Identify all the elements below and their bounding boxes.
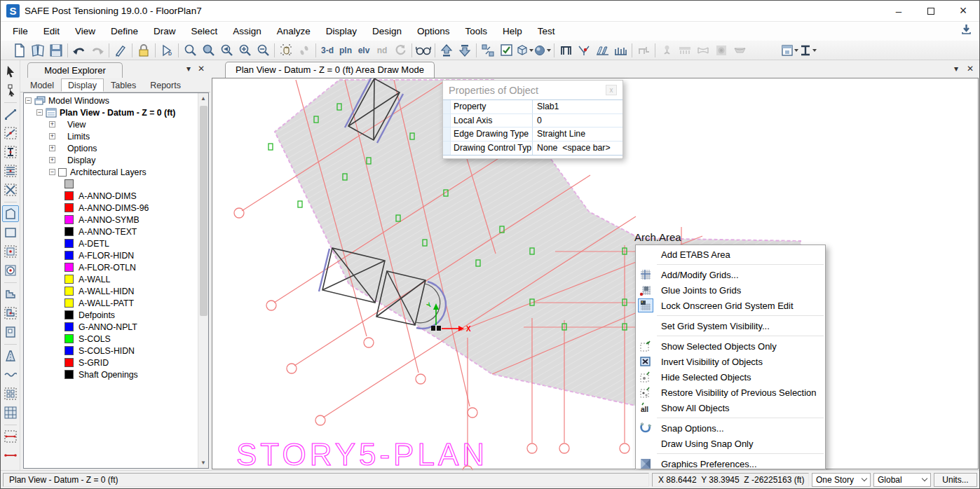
tree-node-model-windows[interactable]: Model Windows (25, 95, 197, 106)
layer-color-swatch[interactable] (64, 287, 74, 296)
layer-item[interactable]: G-ANNO-NPLT (25, 321, 197, 333)
property-row[interactable]: Property Slab1 (443, 100, 622, 114)
layer-color-swatch[interactable] (64, 239, 74, 248)
expand-icon[interactable] (49, 133, 55, 139)
tree-node-arch-layers[interactable]: Architectural Layers (25, 166, 197, 178)
view-elevation-label[interactable]: elv (355, 41, 373, 60)
menu-item[interactable]: Options (409, 23, 458, 39)
layer-color-swatch[interactable] (64, 346, 74, 355)
explorer-menu-dropdown-icon[interactable]: ▾ (186, 64, 191, 74)
draw-tendon-icon[interactable] (2, 347, 19, 364)
quick-draw-line-icon[interactable] (2, 125, 19, 142)
context-menu-item[interactable]: Draw Using Snap Only (636, 436, 825, 451)
property-row[interactable]: Edge Drawing Type Straight Line (443, 128, 622, 142)
collapse-icon[interactable] (25, 97, 32, 104)
coordinate-system-dropdown[interactable]: Global (873, 473, 931, 487)
view-tab-close-icon[interactable]: ✕ (967, 64, 974, 74)
context-menu-item[interactable]: Hide Selected Objects (636, 369, 825, 385)
layer-color-swatch[interactable] (64, 275, 74, 284)
show-punching-icon[interactable] (730, 41, 749, 60)
property-value[interactable]: None <space bar> (533, 143, 611, 153)
context-menu-item[interactable]: Glue Joints to Grids (636, 282, 825, 298)
tree-scrollbar[interactable]: ▲ ▼ (198, 93, 208, 468)
layer-item[interactable]: S-COLS-HIDN (25, 345, 197, 357)
save-model-icon[interactable] (47, 41, 65, 60)
menu-item[interactable]: Help (495, 23, 530, 39)
scroll-thumb[interactable] (200, 106, 207, 316)
layer-color-swatch[interactable] (64, 263, 74, 272)
context-menu-item[interactable]: Snap Options... (636, 420, 825, 436)
layer-item[interactable]: A-DETL (25, 237, 197, 249)
layer-item[interactable]: A-FLOR-OTLN (25, 261, 197, 273)
tree-node-group[interactable]: View (25, 118, 197, 130)
explorer-tab[interactable]: Reports (143, 78, 188, 92)
quick-draw-wall-icon[interactable] (2, 305, 19, 322)
draw-mode-dropdown[interactable] (533, 41, 552, 60)
layer-item[interactable]: S-GRID (25, 357, 197, 369)
menu-item[interactable]: Design (365, 23, 409, 39)
model-explorer-title[interactable]: Model Explorer (27, 62, 123, 78)
layer-item[interactable]: S-COLS (25, 333, 197, 345)
context-menu-item[interactable]: Show Selected Objects Only (636, 338, 825, 354)
draw-rectangular-area-icon[interactable] (2, 224, 19, 241)
pen-icon[interactable] (111, 41, 130, 60)
expand-icon[interactable] (49, 145, 55, 151)
layer-item[interactable]: A-ANNO-DIMS-96 (25, 202, 197, 214)
explorer-close-icon[interactable]: ✕ (198, 64, 205, 74)
undo-icon[interactable] (70, 41, 88, 60)
quick-draw-beam-icon[interactable] (2, 144, 19, 160)
layer-color-swatch[interactable] (64, 251, 74, 260)
object-view-dropdown[interactable] (515, 41, 533, 60)
property-value[interactable]: 0 (533, 116, 542, 125)
draw-wall-icon[interactable] (2, 286, 19, 303)
property-value[interactable]: Slab1 (533, 102, 559, 111)
layer-item[interactable]: A-WALL (25, 273, 197, 285)
view-tab-dropdown-icon[interactable]: ▾ (954, 64, 958, 74)
menu-item[interactable]: Tools (458, 23, 496, 39)
display-options-icon[interactable] (497, 41, 515, 60)
section-designer-icon[interactable] (634, 41, 653, 60)
quick-draw-brace-icon[interactable] (2, 181, 19, 198)
menu-item[interactable]: Assign (225, 23, 269, 39)
view-3d-label[interactable]: 3-d (318, 41, 336, 60)
expand-icon[interactable] (49, 157, 55, 163)
menu-item[interactable]: Define (103, 23, 146, 39)
tree-node-group[interactable]: Limits (25, 130, 197, 142)
lock-model-icon[interactable] (135, 41, 153, 60)
layer-item[interactable]: A-ANNO-TEXT (25, 226, 197, 237)
joint-vector-icon[interactable] (575, 41, 593, 60)
move-down-level-icon[interactable] (456, 41, 474, 60)
frame-props-icon[interactable] (557, 41, 575, 60)
layer-item[interactable]: Shaft Openings (25, 369, 197, 380)
explorer-tab[interactable]: Model (23, 78, 61, 92)
draw-polygon-area-icon[interactable] (2, 205, 19, 222)
open-model-icon[interactable] (29, 41, 47, 60)
rib-view-icon[interactable] (611, 41, 629, 60)
select-pointer-icon[interactable] (2, 63, 19, 80)
object-shrink-icon[interactable] (479, 41, 497, 60)
layer-checkbox[interactable] (58, 168, 67, 177)
tree-node-group[interactable]: Options (25, 142, 197, 154)
collapse-icon[interactable] (49, 169, 55, 175)
menu-item[interactable]: Analyze (269, 23, 318, 39)
maximize-button[interactable] (915, 1, 947, 21)
walkthrough-icon[interactable] (295, 41, 313, 60)
draw-line-icon[interactable] (2, 106, 19, 123)
layer-color-swatch[interactable] (64, 310, 74, 319)
context-menu-item[interactable]: Add ETABS Area (636, 247, 825, 262)
context-menu-item[interactable]: Restore Visibility of Previous Selection (636, 385, 825, 400)
layer-color-swatch[interactable] (64, 322, 74, 331)
quick-draw-area-icon[interactable] (2, 243, 19, 260)
layer-color-swatch[interactable] (64, 179, 74, 188)
menu-item[interactable]: Display (318, 23, 365, 39)
move-up-level-icon[interactable] (437, 41, 456, 60)
layer-item[interactable] (25, 178, 197, 190)
view-named-label[interactable]: nd (373, 41, 391, 60)
menu-item[interactable]: Test (530, 23, 563, 39)
layer-item[interactable]: Defpoints (25, 309, 197, 321)
tree-node-plan-view[interactable]: Plan View - Datum - Z = 0 (ft) (25, 106, 197, 118)
quick-draw-ribs-icon[interactable] (2, 163, 19, 179)
scroll-down-icon[interactable]: ▼ (198, 457, 208, 468)
perspective-icon[interactable] (414, 41, 433, 60)
explorer-tab[interactable]: Tables (104, 78, 143, 92)
